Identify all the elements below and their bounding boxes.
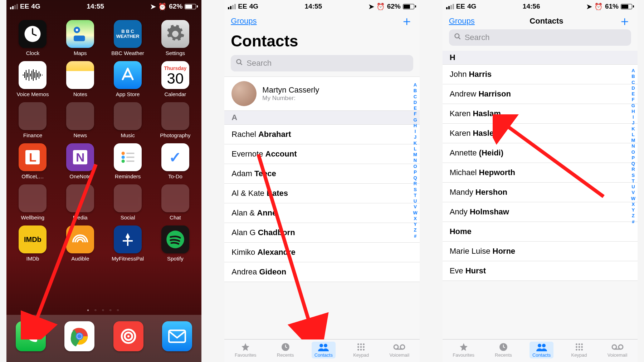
- contact-row[interactable]: Andy Holmshaw: [443, 202, 638, 222]
- app-wellbeing[interactable]: Wellbeing: [13, 184, 53, 220]
- dock-app-mail[interactable]: [162, 321, 192, 351]
- index-letter[interactable]: E: [413, 105, 417, 111]
- index-letter[interactable]: F: [413, 111, 417, 117]
- app-maps[interactable]: Maps: [60, 20, 100, 56]
- contact-row[interactable]: Eve Hurst: [443, 261, 638, 281]
- index-letter[interactable]: G: [413, 117, 417, 123]
- index-letter[interactable]: U: [631, 184, 635, 190]
- dock-app-phone[interactable]: [16, 321, 46, 351]
- index-letter[interactable]: N: [413, 158, 417, 163]
- index-letter[interactable]: O: [413, 164, 417, 169]
- add-contact-button[interactable]: ＋: [618, 18, 631, 24]
- contact-row[interactable]: Home: [443, 222, 638, 242]
- index-letter[interactable]: K: [631, 126, 635, 132]
- tab-voicemail[interactable]: Voicemail: [605, 342, 630, 358]
- app-onenote[interactable]: NOneNote: [60, 143, 100, 179]
- contact-row[interactable]: Evernote Account: [224, 144, 419, 164]
- alphabet-index[interactable]: ABCDEFGHIJKLMNOPQRSTUVWXYZ#: [631, 68, 635, 225]
- index-letter[interactable]: Z: [413, 227, 417, 233]
- index-letter[interactable]: Z: [631, 213, 635, 219]
- contact-row[interactable]: Adam Teece: [224, 164, 419, 184]
- index-letter[interactable]: C: [631, 80, 635, 85]
- app-reminders[interactable]: Reminders: [108, 143, 148, 179]
- contact-row[interactable]: Alan G Chadborn: [224, 223, 419, 243]
- index-letter[interactable]: A: [631, 68, 635, 74]
- app-calendar[interactable]: Thursday30Calendar: [155, 61, 195, 97]
- index-letter[interactable]: F: [631, 97, 635, 103]
- contact-row[interactable]: Karen Haslem: [443, 124, 638, 143]
- index-letter[interactable]: K: [413, 140, 417, 146]
- app-social[interactable]: Social: [108, 184, 148, 220]
- app-media[interactable]: Media: [60, 184, 100, 220]
- contact-row[interactable]: Michael Hepworth: [443, 163, 638, 183]
- index-letter[interactable]: C: [413, 94, 417, 100]
- groups-link[interactable]: Groups: [449, 16, 475, 26]
- index-letter[interactable]: M: [631, 138, 635, 143]
- contact-row[interactable]: Mandy Hershon: [443, 183, 638, 202]
- app-finance[interactable]: Finance: [13, 102, 53, 138]
- index-letter[interactable]: W: [413, 210, 417, 216]
- index-letter[interactable]: D: [631, 85, 635, 91]
- index-letter[interactable]: P: [413, 169, 417, 175]
- index-letter[interactable]: A: [413, 82, 417, 88]
- index-letter[interactable]: R: [631, 167, 635, 172]
- index-letter[interactable]: U: [413, 198, 417, 204]
- index-letter[interactable]: #: [631, 219, 635, 225]
- contact-row[interactable]: Annette (Heidi): [443, 143, 638, 163]
- contact-row[interactable]: John Harris: [443, 65, 638, 84]
- index-letter[interactable]: J: [631, 120, 635, 126]
- tab-contacts[interactable]: Contacts: [530, 342, 553, 358]
- index-letter[interactable]: V: [631, 190, 635, 195]
- contact-row[interactable]: Andrew Harrison: [443, 84, 638, 104]
- index-letter[interactable]: H: [413, 123, 417, 129]
- app-voice-memos[interactable]: Voice Memos: [13, 61, 53, 97]
- index-letter[interactable]: T: [631, 178, 635, 184]
- app-photography[interactable]: Photography: [155, 102, 195, 138]
- my-card-row[interactable]: Martyn Casserly My Number:: [224, 76, 419, 111]
- index-letter[interactable]: B: [413, 88, 417, 94]
- index-letter[interactable]: J: [413, 134, 417, 140]
- dock-app-chrome[interactable]: [64, 321, 94, 351]
- contact-row[interactable]: Kimiko Alexandre: [224, 243, 419, 262]
- index-letter[interactable]: R: [413, 181, 417, 187]
- app-clock[interactable]: Clock: [13, 20, 53, 56]
- tab-recents[interactable]: Recents: [492, 342, 515, 358]
- index-letter[interactable]: L: [631, 132, 635, 138]
- contact-row[interactable]: Andrea Gideon: [224, 262, 419, 282]
- add-contact-button[interactable]: ＋: [400, 18, 413, 24]
- index-letter[interactable]: N: [631, 143, 635, 149]
- app-news[interactable]: News: [60, 102, 100, 138]
- index-letter[interactable]: M: [413, 152, 417, 158]
- index-letter[interactable]: D: [413, 100, 417, 105]
- index-letter[interactable]: #: [413, 233, 417, 239]
- groups-link[interactable]: Groups: [231, 16, 257, 26]
- index-letter[interactable]: E: [631, 91, 635, 97]
- app-spotify[interactable]: Spotify: [155, 225, 195, 262]
- contact-row[interactable]: Alan & Anne: [224, 203, 419, 223]
- app-chat[interactable]: Chat: [155, 184, 195, 220]
- index-letter[interactable]: S: [413, 187, 417, 193]
- index-letter[interactable]: H: [631, 109, 635, 114]
- tab-contacts[interactable]: Contacts: [312, 342, 336, 358]
- index-letter[interactable]: T: [413, 193, 417, 198]
- tab-favourites[interactable]: Favourites: [232, 342, 259, 358]
- app-music[interactable]: Music: [108, 102, 148, 138]
- tab-favourites[interactable]: Favourites: [450, 342, 477, 358]
- index-letter[interactable]: B: [631, 74, 635, 79]
- index-letter[interactable]: Q: [631, 161, 635, 167]
- app-imdb[interactable]: IMDbIMDb: [13, 225, 53, 262]
- contact-row[interactable]: Karen Haslam: [443, 104, 638, 124]
- index-letter[interactable]: Q: [413, 175, 417, 181]
- app-audible[interactable]: Audible: [60, 225, 100, 262]
- tab-keypad[interactable]: Keypad: [568, 342, 590, 358]
- index-letter[interactable]: X: [631, 202, 635, 207]
- index-letter[interactable]: O: [631, 149, 635, 155]
- contact-row[interactable]: Al & Kate Bates: [224, 184, 419, 203]
- index-letter[interactable]: G: [631, 103, 635, 109]
- index-letter[interactable]: L: [413, 146, 417, 152]
- app-myfitnesspal[interactable]: MyFitnessPal: [108, 225, 148, 262]
- app-officel-[interactable]: LOfficeL…: [13, 143, 53, 179]
- index-letter[interactable]: S: [631, 173, 635, 178]
- tab-keypad[interactable]: Keypad: [350, 342, 372, 358]
- tab-recents[interactable]: Recents: [274, 342, 297, 358]
